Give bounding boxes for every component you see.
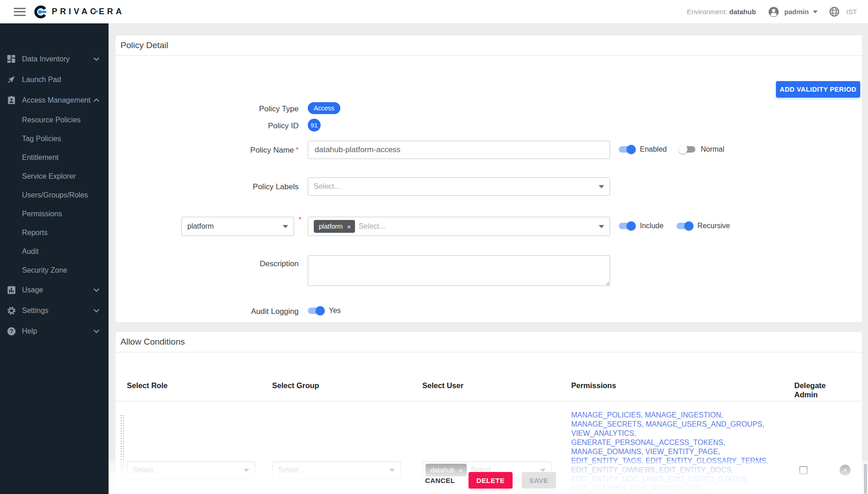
sidebar-item-data-inventory[interactable]: Data Inventory [0,49,109,69]
enabled-toggle-label: Enabled [640,145,667,154]
sidebar-subitem-label: Tag Policies [22,135,61,143]
resource-value-multiselect[interactable]: platform× Select... [308,217,610,236]
sidebar-item-reports[interactable]: Reports [0,223,109,242]
sidebar-subitem-label: Reports [22,229,48,237]
sidebar-item-audit[interactable]: Audit [0,242,109,261]
description-label: Description [115,259,299,269]
sidebar-item-help[interactable]: ? Help [0,321,109,341]
logo-c-icon [34,5,48,19]
chevron-down-icon [93,288,99,292]
recursive-toggle-label: Recursive [698,222,730,230]
main-content: Policy Detail ADD VALIDITY PERIOD Policy… [109,23,868,494]
badge-icon [6,95,16,105]
resource-chip: platform× [314,220,355,233]
sidebar-item-settings[interactable]: Settings [0,300,109,321]
normal-toggle[interactable] [680,146,695,153]
chevron-down-icon [93,57,99,61]
chevron-down-icon [93,309,99,313]
sidebar-item-security-zone[interactable]: Security Zone [0,261,109,280]
sidebar-item-resource-policies[interactable]: Resource Policies [0,110,109,129]
sidebar-item-label: Data Inventory [22,55,70,63]
add-validity-period-button[interactable]: ADD VALIDITY PERIOD [776,81,860,98]
sidebar-item-label: Help [22,327,37,335]
dropdown-arrow-icon [283,225,288,228]
audit-logging-label: Audit Logging [115,307,299,316]
dropdown-arrow-icon [599,185,604,188]
svg-text:?: ? [10,328,13,335]
user-avatar-icon[interactable] [768,6,780,18]
timezone-label: IST [846,8,857,16]
chevron-down-icon [813,11,818,13]
column-header-permissions: Permissions [571,381,616,390]
sidebar: Data Inventory Launch Pad Access Managem… [0,23,109,494]
sidebar-subitem-label: Service Explorer [22,172,76,181]
sidebar-item-permissions[interactable]: Permissions [0,204,109,223]
sidebar-item-label: Usage [22,286,43,294]
policy-name-label: Policy Name* [115,146,299,155]
include-toggle[interactable] [619,223,634,229]
normal-toggle-label: Normal [701,145,725,154]
dropdown-arrow-icon [599,225,604,228]
delete-button[interactable]: DELETE [469,472,513,489]
select-placeholder: Select... [314,182,340,191]
column-header-select-group: Select Group [272,381,319,390]
save-button[interactable]: SAVE [522,472,556,489]
sidebar-item-service-explorer[interactable]: Service Explorer [0,167,109,186]
sidebar-subitem-label: Permissions [22,210,62,218]
chip-remove-icon[interactable]: × [347,223,351,230]
include-toggle-label: Include [640,222,664,230]
menu-icon[interactable] [14,8,26,16]
required-marker: * [299,216,301,224]
action-footer: CANCEL DELETE SAVE [109,467,868,494]
policy-type-label: Policy Type [115,104,299,114]
grid-icon [6,54,16,64]
sidebar-item-usage[interactable]: Usage [0,280,109,300]
sidebar-item-users-groups-roles[interactable]: Users/Groups/Roles [0,186,109,204]
resource-type-select[interactable]: platform [181,217,294,236]
policy-labels-label: Policy Labels [115,182,299,192]
description-textarea[interactable] [308,255,610,286]
policy-type-badge: Access [308,102,340,114]
topbar: PRIVACERA Environment: datahub padmin IS… [0,0,868,23]
rocket-icon [6,75,16,84]
chevron-down-icon [93,329,99,333]
user-menu[interactable]: padmin [784,8,817,16]
audit-logging-toggle[interactable] [308,307,323,314]
resource-type-value: platform [187,222,214,231]
column-header-select-user: Select User [422,381,464,390]
sidebar-item-entitlement[interactable]: Entitlement [0,148,109,167]
cancel-button[interactable]: CANCEL [420,472,459,489]
scrollbar-thumb[interactable] [864,464,867,494]
sidebar-subitem-label: Resource Policies [22,116,81,124]
username: padmin [784,8,808,16]
column-header-delegate-admin: Delegate Admin [794,381,833,399]
page-title: Policy Detail [115,35,862,56]
sidebar-subitem-label: Audit [22,247,38,256]
app-window: PRIVACERA Environment: datahub padmin IS… [0,0,868,494]
sidebar-item-access-management[interactable]: Access Management [0,90,109,110]
sidebar-item-tag-policies[interactable]: Tag Policies [0,129,109,148]
sidebar-subitem-label: Users/Groups/Roles [22,191,88,199]
sidebar-subitem-label: Entitlement [22,154,59,162]
chart-icon [6,285,16,295]
policy-labels-select[interactable]: Select... [308,177,610,196]
policy-id-badge: 91 [308,119,321,132]
sidebar-item-label: Settings [22,307,49,315]
divider [115,401,862,401]
help-icon: ? [6,326,16,336]
globe-icon[interactable] [829,6,840,17]
policy-name-input[interactable] [308,141,610,159]
select-placeholder: Select... [359,222,385,231]
sidebar-item-label: Access Management [22,96,90,104]
environment-text: Environment: datahub [687,8,756,16]
recursive-toggle[interactable] [677,223,692,229]
environment-value: datahub [729,8,756,16]
audit-logging-value: Yes [329,307,341,315]
privacera-logo: PRIVACERA [34,5,125,19]
enabled-toggle[interactable] [619,146,634,153]
policy-id-label: Policy ID [115,121,299,131]
brand-wordmark: PRIVACERA [52,7,125,16]
sidebar-item-launch-pad[interactable]: Launch Pad [0,69,109,90]
gear-icon [6,306,16,315]
chevron-up-icon [93,99,99,102]
